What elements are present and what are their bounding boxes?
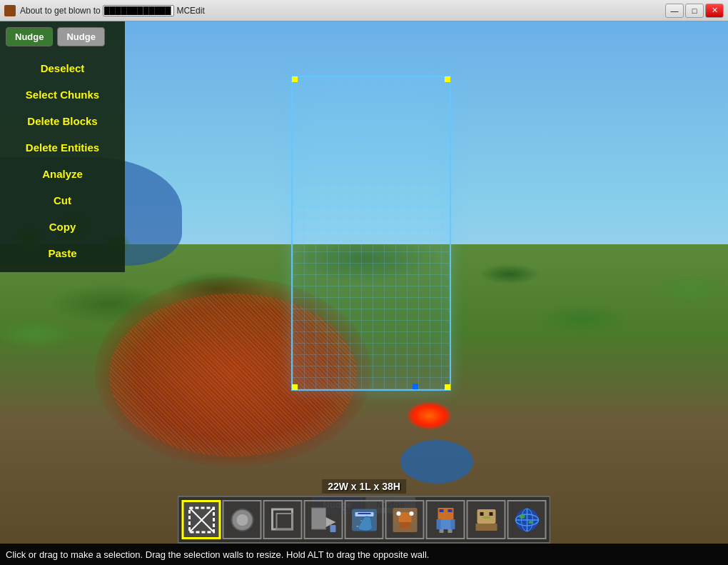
hotbar-slot-2[interactable] — [263, 500, 303, 539]
fire-effect — [408, 402, 451, 429]
svg-rect-18 — [439, 509, 443, 512]
svg-rect-23 — [439, 529, 443, 533]
selection-box — [291, 76, 451, 391]
svg-rect-22 — [450, 519, 455, 529]
analyze-button[interactable]: Analyze — [3, 161, 122, 187]
hotbar-slot-4[interactable] — [345, 500, 384, 539]
minimize-button[interactable]: — — [665, 4, 684, 18]
hotbar-slot-1[interactable] — [223, 500, 262, 539]
hotbar-slot-3[interactable] — [304, 500, 343, 539]
window-title: About to get blown to MCEdit — [20, 5, 205, 16]
hotbar-slot-7[interactable] — [467, 500, 506, 539]
water-bottom — [400, 440, 473, 484]
hotbar-slot-8[interactable] — [507, 500, 547, 539]
selection-corner-tl — [292, 76, 298, 82]
delete-blocks-button[interactable]: Delete Blocks — [3, 108, 122, 134]
deselect-button[interactable]: Deselect — [3, 55, 122, 81]
svg-rect-14 — [400, 522, 410, 528]
move-icon — [228, 506, 256, 534]
entity-icon — [472, 506, 500, 534]
paste-button[interactable]: Paste — [3, 240, 122, 266]
copy-button[interactable]: Copy — [3, 214, 122, 240]
status-text: Click or drag to make a selection. Drag … — [6, 549, 429, 560]
selection-marker — [413, 384, 418, 389]
side-panel: Nudge Nudge Deselect Select Chunks Delet… — [0, 21, 125, 272]
app-icon — [4, 5, 16, 16]
svg-rect-21 — [436, 519, 440, 529]
hotbar-slot-5[interactable] — [385, 500, 425, 539]
title-input[interactable] — [103, 5, 174, 16]
svg-rect-9 — [330, 525, 335, 532]
svg-point-4 — [236, 514, 248, 526]
svg-rect-26 — [480, 512, 483, 516]
svg-rect-19 — [448, 509, 452, 512]
status-bar: Click or drag to make a selection. Drag … — [0, 544, 728, 565]
svg-point-15 — [396, 511, 400, 516]
selection-corner-bl — [292, 384, 298, 390]
nudge-button-2[interactable]: Nudge — [57, 27, 104, 46]
nudge-button-1[interactable]: Nudge — [6, 27, 53, 46]
svg-rect-24 — [448, 529, 452, 533]
player-icon — [432, 506, 459, 534]
fill-icon — [310, 506, 337, 534]
title-bar: About to get blown to MCEdit — □ ✕ — [0, 0, 728, 21]
svg-rect-27 — [489, 512, 492, 516]
maximize-button[interactable]: □ — [685, 4, 704, 18]
window-controls: — □ ✕ — [665, 4, 724, 18]
dimension-display: 22W x 1L x 38H — [322, 479, 406, 494]
svg-rect-28 — [482, 516, 490, 519]
svg-rect-29 — [475, 524, 497, 531]
svg-rect-5 — [272, 509, 292, 529]
chunk-icon — [513, 506, 540, 534]
close-button[interactable]: ✕ — [705, 4, 724, 18]
cut-button[interactable]: Cut — [3, 187, 122, 214]
svg-rect-20 — [439, 519, 452, 529]
selection-icon — [188, 506, 215, 534]
clone-icon — [269, 506, 296, 534]
brush-icon — [391, 506, 418, 534]
nudge-row: Nudge Nudge — [3, 27, 122, 46]
game-viewport[interactable]: Nudge Nudge Deselect Select Chunks Delet… — [0, 21, 728, 565]
svg-point-35 — [519, 514, 525, 519]
hotbar-slot-0[interactable] — [182, 500, 221, 539]
filter-icon — [350, 506, 378, 534]
svg-point-36 — [528, 521, 532, 524]
hotbar-slot-6[interactable] — [426, 500, 465, 539]
delete-entities-button[interactable]: Delete Entities — [3, 134, 122, 161]
selection-corner-br — [445, 384, 450, 390]
svg-rect-7 — [311, 508, 325, 529]
selection-corner-tr — [445, 76, 450, 82]
svg-rect-6 — [276, 514, 292, 529]
select-chunks-button[interactable]: Select Chunks — [3, 81, 122, 108]
svg-point-16 — [409, 511, 413, 516]
hotbar — [178, 496, 551, 544]
